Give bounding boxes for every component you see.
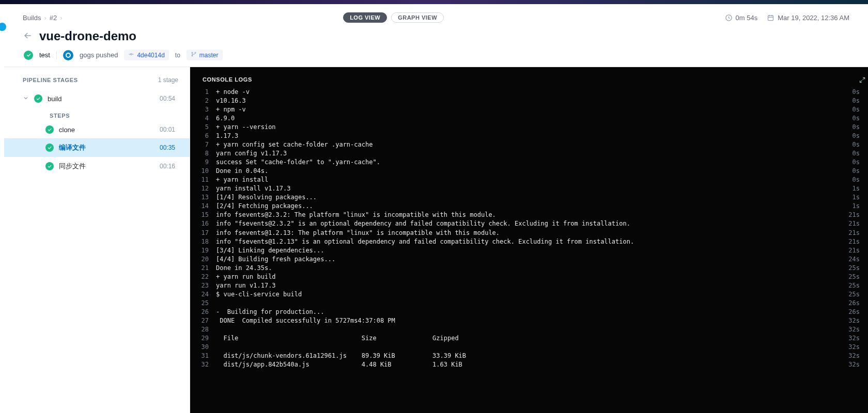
- log-line-timestamp: 21s: [840, 211, 862, 219]
- log-line: 14[2/4] Fetching packages...1s: [196, 202, 862, 211]
- stage-row[interactable]: build00:54: [4, 90, 190, 107]
- back-arrow-icon[interactable]: [23, 30, 33, 42]
- log-line-timestamp: 0s: [840, 149, 862, 158]
- log-line-timestamp: 1s: [840, 202, 862, 211]
- log-line-text: [1/4] Resolving packages...: [216, 193, 840, 202]
- log-scroll-area[interactable]: 1+ node -v0s2v10.16.30s3+ npm -v0s46.9.0…: [190, 88, 868, 413]
- log-line-number: 4: [196, 114, 216, 123]
- commit-hash: 4de4014d: [137, 52, 164, 59]
- log-line-number: 20: [196, 255, 216, 264]
- branch-chip[interactable]: master: [187, 50, 223, 60]
- log-line: 31 dist/js/chunk-vendors.61a12961.js 89.…: [196, 352, 862, 360]
- pipeline-stages-heading: PIPELINE STAGES: [23, 77, 78, 83]
- log-line-number: 24: [196, 290, 216, 299]
- log-line: 23yarn run v1.17.325s: [196, 281, 862, 290]
- log-line-timestamp: 25s: [840, 273, 862, 281]
- log-line-number: 18: [196, 237, 216, 246]
- os-titlebar-placeholder: [0, 0, 868, 4]
- log-line: 27 DONE Compiled successfully in 5727ms4…: [196, 316, 862, 325]
- tab-log-view[interactable]: LOG VIEW: [343, 12, 387, 23]
- commit-chip[interactable]: 4de4014d: [124, 50, 168, 60]
- log-line-timestamp: 0s: [840, 105, 862, 114]
- log-line-number: 1: [196, 88, 216, 97]
- log-line-timestamp: 32s: [840, 352, 862, 360]
- svg-rect-1: [768, 15, 773, 20]
- step-row[interactable]: 编译文件00:35: [4, 138, 190, 157]
- log-line-timestamp: 21s: [840, 246, 862, 255]
- log-line-timestamp: 0s: [840, 176, 862, 184]
- log-line: 2832s: [196, 325, 862, 334]
- log-line-number: 32: [196, 360, 216, 369]
- branch-icon: [191, 51, 197, 59]
- svg-point-2: [131, 54, 132, 55]
- log-line: 26- Building for production...26s: [196, 308, 862, 316]
- svg-point-3: [192, 52, 193, 53]
- log-line-number: 31: [196, 352, 216, 360]
- log-line-number: 5: [196, 123, 216, 132]
- build-duration-value: 0m 54s: [736, 14, 758, 22]
- log-line-text: v10.16.3: [216, 97, 840, 105]
- step-time: 00:35: [160, 144, 175, 151]
- breadcrumb-build-number[interactable]: #2: [50, 14, 57, 22]
- log-line: 16info "fsevents@2.3.2" is an optional d…: [196, 219, 862, 228]
- log-line-timestamp: 0s: [840, 140, 862, 149]
- log-line-text: [216, 299, 840, 308]
- log-line-timestamp: 21s: [840, 237, 862, 246]
- log-line-text: info fsevents@1.2.13: The platform "linu…: [216, 229, 840, 237]
- step-name: 编译文件: [59, 143, 86, 152]
- log-line-text: success Set "cache-folder" to ".yarn-cac…: [216, 158, 840, 167]
- step-row[interactable]: 同步文件00:16: [4, 157, 190, 176]
- log-line-text: yarn run v1.17.3: [216, 281, 840, 290]
- log-line-timestamp: 0s: [840, 123, 862, 132]
- console-panel: CONSOLE LOGS 1+ node -v0s2v10.16.30s3+ n…: [190, 67, 868, 413]
- app-sidebar-strip: [0, 4, 4, 413]
- log-line-text: info "fsevents@2.3.2" is an optional dep…: [216, 219, 840, 228]
- build-date: Mar 19, 2022, 12:36 AM: [767, 14, 849, 22]
- log-line-timestamp: 26s: [840, 308, 862, 316]
- build-date-value: Mar 19, 2022, 12:36 AM: [778, 14, 849, 22]
- log-line: 21Done in 24.35s.25s: [196, 264, 862, 273]
- log-line-number: 8: [196, 149, 216, 158]
- log-line-number: 12: [196, 184, 216, 193]
- tab-graph-view[interactable]: GRAPH VIEW: [391, 12, 444, 23]
- log-line-text: - Building for production...: [216, 308, 840, 316]
- log-line-text: + yarn --version: [216, 123, 840, 132]
- calendar-icon: [767, 14, 774, 22]
- step-time: 00:01: [160, 126, 175, 133]
- log-line-timestamp: 21s: [840, 229, 862, 237]
- log-line-timestamp: 26s: [840, 299, 862, 308]
- expand-icon[interactable]: [857, 74, 868, 87]
- status-success-icon: [45, 162, 54, 170]
- log-line: 13[1/4] Resolving packages...1s: [196, 193, 862, 202]
- log-line-text: 1.17.3: [216, 132, 840, 140]
- log-line: 46.9.00s: [196, 114, 862, 123]
- log-line-number: 19: [196, 246, 216, 255]
- log-line-timestamp: 0s: [840, 114, 862, 123]
- log-line: 3+ npm -v0s: [196, 105, 862, 114]
- log-line-text: + yarn install: [216, 176, 840, 184]
- status-success-icon: [45, 125, 54, 134]
- log-line: 15info fsevents@2.3.2: The platform "lin…: [196, 211, 862, 219]
- chevron-down-icon: [23, 95, 29, 103]
- step-time: 00:16: [160, 163, 175, 170]
- log-line: 10Done in 0.04s.0s: [196, 167, 862, 176]
- log-line-number: 17: [196, 229, 216, 237]
- log-line: 32 dist/js/app.842b540a.js 4.48 KiB 1.63…: [196, 360, 862, 369]
- svg-point-4: [195, 52, 196, 53]
- breadcrumb: Builds › #2 ›: [23, 14, 63, 22]
- log-line-timestamp: 25s: [840, 281, 862, 290]
- breadcrumb-builds[interactable]: Builds: [23, 14, 41, 22]
- log-line-timestamp: 32s: [840, 325, 862, 334]
- divider: [56, 51, 57, 59]
- chevron-right-icon: ›: [60, 14, 62, 22]
- log-line: 2v10.16.30s: [196, 97, 862, 105]
- status-success-icon: [24, 51, 33, 60]
- log-line: 8yarn config v1.17.30s: [196, 149, 862, 158]
- log-line-timestamp: 0s: [840, 167, 862, 176]
- step-row[interactable]: clone00:01: [4, 121, 190, 138]
- pipeline-name: test: [39, 51, 50, 59]
- log-line: 7+ yarn config set cache-folder .yarn-ca…: [196, 140, 862, 149]
- log-line-number: 25: [196, 299, 216, 308]
- clock-icon: [725, 14, 733, 22]
- log-line: 29 File Size Gzipped32s: [196, 334, 862, 343]
